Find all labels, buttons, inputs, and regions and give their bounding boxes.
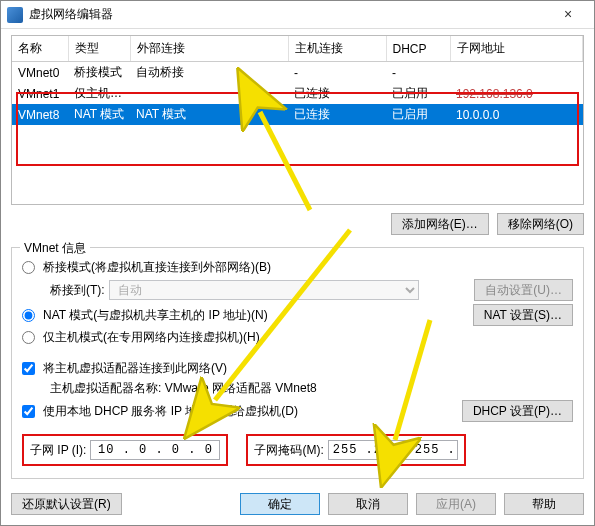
bridge-auto-button: 自动设置(U)… (474, 279, 573, 301)
virtual-network-editor-window: 虚拟网络编辑器 × 名称 类型 外部连接 主机连接 DHCP 子网地址 (0, 0, 595, 526)
col-external[interactable]: 外部连接 (130, 36, 288, 62)
nat-settings-button[interactable]: NAT 设置(S)… (473, 304, 573, 326)
table-row[interactable]: VMnet8NAT 模式NAT 模式已连接已启用10.0.0.0 (12, 104, 583, 125)
table-cell: 192.168.136.0 (450, 83, 583, 104)
adapter-name-text: 主机虚拟适配器名称: VMware 网络适配器 VMnet8 (50, 380, 317, 397)
cancel-button[interactable]: 取消 (328, 493, 408, 515)
table-cell: - (386, 62, 450, 84)
use-dhcp-label: 使用本地 DHCP 服务将 IP 地址分配给虚拟机(D) (43, 403, 298, 420)
radio-hostonly-label: 仅主机模式(在专用网络内连接虚拟机)(H) (43, 329, 260, 346)
subnet-row: 子网 IP (I): 子网掩码(M): (22, 434, 573, 466)
subnet-ip-label: 子网 IP (I): (30, 442, 86, 459)
network-table: 名称 类型 外部连接 主机连接 DHCP 子网地址 VMnet0桥接模式自动桥接… (11, 35, 584, 205)
apply-button: 应用(A) (416, 493, 496, 515)
table-cell: 已启用 (386, 104, 450, 125)
restore-defaults-button[interactable]: 还原默认设置(R) (11, 493, 122, 515)
remove-network-button[interactable]: 移除网络(O) (497, 213, 584, 235)
radio-hostonly[interactable] (22, 331, 35, 344)
subnet-mask-label: 子网掩码(M): (254, 442, 323, 459)
use-dhcp-row: 使用本地 DHCP 服务将 IP 地址分配给虚拟机(D) DHCP 设置(P)… (22, 400, 573, 422)
table-cell: 桥接模式 (68, 62, 130, 84)
radio-bridge-label: 桥接模式(将虚拟机直接连接到外部网络)(B) (43, 259, 271, 276)
checkbox-connect-adapter[interactable] (22, 362, 35, 375)
col-dhcp[interactable]: DHCP (386, 36, 450, 62)
table-cell: 自动桥接 (130, 62, 288, 84)
subnet-mask-input[interactable] (328, 440, 458, 460)
radio-bridge-row: 桥接模式(将虚拟机直接连接到外部网络)(B) (22, 259, 573, 276)
vmnet-info-group: VMnet 信息 桥接模式(将虚拟机直接连接到外部网络)(B) 桥接到(T): … (11, 247, 584, 479)
table-cell: 已连接 (288, 83, 386, 104)
bridge-to-row: 桥接到(T): 自动 自动设置(U)… (50, 279, 573, 301)
help-button[interactable]: 帮助 (504, 493, 584, 515)
group-legend: VMnet 信息 (20, 240, 90, 257)
annotation-red-box-subnet-ip: 子网 IP (I): (22, 434, 228, 466)
table-cell (450, 62, 583, 84)
table-cell: VMnet1 (12, 83, 68, 104)
titlebar: 虚拟网络编辑器 × (1, 1, 594, 29)
close-button[interactable]: × (548, 4, 588, 26)
app-icon (7, 7, 23, 23)
table-cell (130, 83, 288, 104)
table-button-row: 添加网络(E)… 移除网络(O) (11, 213, 584, 235)
connect-adapter-label: 将主机虚拟适配器连接到此网络(V) (43, 360, 227, 377)
col-type[interactable]: 类型 (68, 36, 130, 62)
table-row[interactable]: VMnet0桥接模式自动桥接-- (12, 62, 583, 84)
table-cell: 已启用 (386, 83, 450, 104)
annotation-red-box-subnet-mask: 子网掩码(M): (246, 434, 465, 466)
adapter-name-row: 主机虚拟适配器名称: VMware 网络适配器 VMnet8 (50, 380, 573, 397)
table-cell: 10.0.0.0 (450, 104, 583, 125)
table-header-row: 名称 类型 外部连接 主机连接 DHCP 子网地址 (12, 36, 583, 62)
table-cell: 已连接 (288, 104, 386, 125)
table-cell: VMnet0 (12, 62, 68, 84)
radio-bridge[interactable] (22, 261, 35, 274)
table-cell: 仅主机… (68, 83, 130, 104)
bridge-to-select: 自动 (109, 280, 419, 300)
bridge-to-label: 桥接到(T): (50, 282, 105, 299)
table-cell: NAT 模式 (68, 104, 130, 125)
table-cell: - (288, 62, 386, 84)
add-network-button[interactable]: 添加网络(E)… (391, 213, 489, 235)
content-area: 名称 类型 外部连接 主机连接 DHCP 子网地址 VMnet0桥接模式自动桥接… (1, 29, 594, 485)
radio-nat-row: NAT 模式(与虚拟机共享主机的 IP 地址)(N) NAT 设置(S)… (22, 304, 573, 326)
table-cell: NAT 模式 (130, 104, 288, 125)
radio-nat-label: NAT 模式(与虚拟机共享主机的 IP 地址)(N) (43, 307, 268, 324)
table-cell: VMnet8 (12, 104, 68, 125)
window-title: 虚拟网络编辑器 (29, 6, 548, 23)
ok-button[interactable]: 确定 (240, 493, 320, 515)
connect-adapter-row: 将主机虚拟适配器连接到此网络(V) (22, 360, 573, 377)
radio-host-row: 仅主机模式(在专用网络内连接虚拟机)(H) (22, 329, 573, 346)
dhcp-settings-button[interactable]: DHCP 设置(P)… (462, 400, 573, 422)
radio-nat[interactable] (22, 309, 35, 322)
subnet-ip-input[interactable] (90, 440, 220, 460)
checkbox-use-dhcp[interactable] (22, 405, 35, 418)
col-subnet[interactable]: 子网地址 (450, 36, 583, 62)
col-host[interactable]: 主机连接 (288, 36, 386, 62)
col-name[interactable]: 名称 (12, 36, 68, 62)
table-row[interactable]: VMnet1仅主机…已连接已启用192.168.136.0 (12, 83, 583, 104)
footer-button-row: 还原默认设置(R) 确定 取消 应用(A) 帮助 (1, 485, 594, 525)
